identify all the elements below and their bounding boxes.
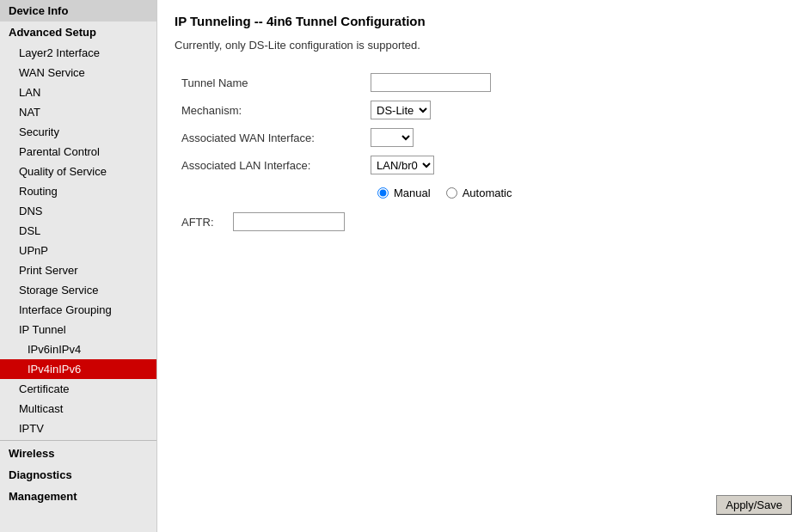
- assoc-lan-label: Associated LAN Interface:: [175, 151, 364, 179]
- config-form: Tunnel Name Mechanism: DS-Lite Associate…: [175, 69, 518, 204]
- manual-radio[interactable]: [377, 187, 389, 199]
- assoc-wan-select[interactable]: [371, 128, 414, 147]
- sidebar-item-dsl[interactable]: DSL: [0, 221, 156, 241]
- sidebar-item-interface-grouping[interactable]: Interface Grouping: [0, 300, 156, 320]
- info-text: Currently, only DS-Lite configuration is…: [175, 39, 792, 52]
- aftr-input[interactable]: [233, 212, 345, 231]
- sidebar-item-dns[interactable]: DNS: [0, 201, 156, 221]
- page-title: IP Tunneling -- 4in6 Tunnel Configuratio…: [175, 14, 792, 28]
- main-content: IP Tunneling -- 4in6 Tunnel Configuratio…: [157, 0, 809, 532]
- sidebar-item-routing[interactable]: Routing: [0, 181, 156, 201]
- sidebar-item-diagnostics[interactable]: Diagnostics: [0, 464, 156, 486]
- aftr-label: AFTR:: [181, 216, 233, 229]
- sidebar-item-multicast[interactable]: Multicast: [0, 399, 156, 419]
- sidebar-item-ip-tunnel[interactable]: IP Tunnel: [0, 320, 156, 339]
- assoc-wan-label: Associated WAN Interface:: [175, 124, 364, 151]
- sidebar-item-certificate[interactable]: Certificate: [0, 379, 156, 399]
- sidebar: Device Info Advanced Setup Layer2 Interf…: [0, 0, 157, 532]
- sidebar-item-qos[interactable]: Quality of Service: [0, 162, 156, 181]
- sidebar-item-nat[interactable]: NAT: [0, 102, 156, 122]
- sidebar-item-ipv4inipv6[interactable]: IPv4inIPv6: [0, 359, 156, 379]
- sidebar-item-wireless[interactable]: Wireless: [0, 443, 156, 464]
- sidebar-item-print-server[interactable]: Print Server: [0, 260, 156, 280]
- aftr-row: AFTR:: [181, 212, 792, 231]
- manual-label: Manual: [394, 187, 431, 199]
- apply-save-button[interactable]: Apply/Save: [716, 495, 792, 515]
- tunnel-name-label: Tunnel Name: [175, 69, 364, 96]
- sidebar-item-device-info[interactable]: Device Info: [0, 0, 156, 21]
- mode-radio-group: Manual Automatic: [377, 187, 512, 199]
- assoc-lan-select[interactable]: LAN/br0: [371, 156, 434, 174]
- sidebar-item-storage-service[interactable]: Storage Service: [0, 280, 156, 300]
- mechanism-select[interactable]: DS-Lite: [371, 101, 431, 119]
- sidebar-item-wan-service[interactable]: WAN Service: [0, 63, 156, 83]
- automatic-radio[interactable]: [446, 187, 457, 199]
- automatic-label: Automatic: [463, 187, 512, 199]
- sidebar-item-lan[interactable]: LAN: [0, 83, 156, 102]
- sidebar-item-parental-control[interactable]: Parental Control: [0, 142, 156, 162]
- sidebar-item-iptv[interactable]: IPTV: [0, 419, 156, 438]
- sidebar-item-advanced-setup[interactable]: Advanced Setup: [0, 21, 156, 43]
- tunnel-name-input[interactable]: [371, 73, 491, 92]
- sidebar-item-upnp[interactable]: UPnP: [0, 241, 156, 260]
- sidebar-item-security[interactable]: Security: [0, 122, 156, 142]
- sidebar-item-management[interactable]: Management: [0, 486, 156, 507]
- sidebar-item-ipv6inipv4[interactable]: IPv6inIPv4: [0, 339, 156, 359]
- apply-btn-container: Apply/Save: [716, 495, 792, 515]
- mechanism-label: Mechanism:: [175, 96, 364, 124]
- sidebar-item-layer2-interface[interactable]: Layer2 Interface: [0, 43, 156, 63]
